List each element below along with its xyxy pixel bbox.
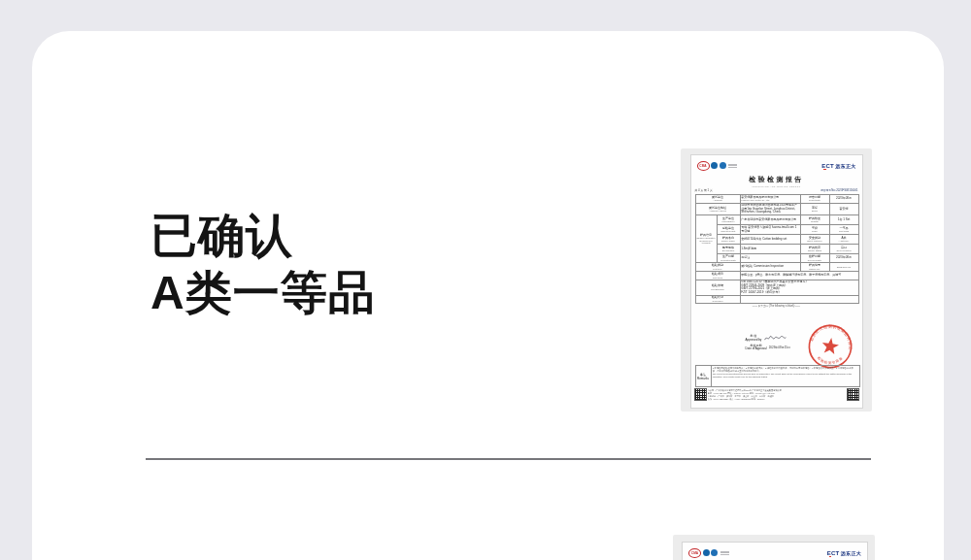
ect-logo-en: ECT (821, 163, 834, 169)
cert-table-cell: 广东省深圳市富安娜家居用品股份有限公司 (740, 215, 800, 225)
certificate-header: CMA ECT 远东正大 (688, 548, 861, 560)
page-count: 共 4 页 第 1 页 (695, 188, 713, 192)
certificate-photo-next[interactable]: CMA ECT 远东正大 检验检测报告 INSPECTION AND TESTI… (673, 535, 875, 560)
ect-logo: ECT 远东正大 (821, 163, 855, 169)
blank-below-note: —— 以下空白 (The following is blank) —— (691, 304, 862, 308)
cert-table-cell: 型号规格Specification (717, 245, 740, 254)
accreditation-logos: CMA (688, 548, 729, 558)
signature (763, 334, 787, 343)
remarks-box: 备注 Remarks 1.本报告无检验检测专用章无效；2.本报告涂改无效；3.未… (695, 365, 860, 387)
cert-table-cell (740, 295, 858, 303)
ilac-mra-logo-icon (711, 549, 718, 556)
headline-line2: A类一等品 (151, 264, 376, 321)
cert-table-cell: 检验依据Test Standard (695, 280, 740, 296)
content-card: 已确认 A类一等品 CMA ECT 远东正大 (32, 31, 944, 560)
cert-table-cell: 见标注 (740, 254, 800, 263)
cert-table-cell: 深圳市龙华区观澜街道观光路1301号电商产业园1栋 Guanlan Street… (740, 204, 800, 215)
headline: 已确认 A类一等品 (151, 207, 376, 321)
cert-table-cell: 样品名称Sample Name (717, 235, 740, 245)
cert-table-cell: A类A Category (829, 235, 858, 245)
cert-table-cell: 富安娜 (829, 204, 858, 215)
certificate-page: CMA ECT 远东正大 检验检测报告 INSPECTION AND TESTI… (690, 154, 863, 409)
accreditation-logos: CMA (697, 161, 738, 171)
cert-table-cell: 完好Good Condition (829, 245, 858, 254)
cert-table-cell: 报告日期Report Date (800, 195, 829, 204)
cert-table-cell: 委托检验 Commission Inspection (740, 263, 800, 272)
approved-by-label: 批 准 Approved by (746, 335, 762, 342)
cert-table-cell: 2023FS08-001 (829, 263, 858, 272)
cert-table-cell: 样品信息Sample Information(Confirmed by Appl… (695, 215, 717, 263)
cnas-logo-icon (711, 162, 718, 169)
cert-table-cell: 委托单位Applicant (695, 195, 740, 204)
ect-logo-cn: 远东正大 (841, 550, 861, 556)
cert-table-cell: 样品编号Sample No. (800, 263, 829, 272)
cert-table-cell: 1.8m床适用 (740, 245, 800, 254)
approval-date-value: 2023年08月15日 (769, 346, 790, 349)
certificate-title-en: INSPECTION AND TESTING REPORT (691, 185, 862, 187)
cert-table-cell: 安全类别Safety Category (800, 235, 829, 245)
cma-logo: CMA (697, 161, 710, 171)
cert-table-cell: 天猫 富安娜官方旗舰店 fuanna.tmall.com 1号店铺 (740, 225, 800, 235)
cma-logo: CMA (688, 548, 701, 558)
qr-code-right (848, 389, 858, 400)
cert-table-cell: 全棉印花四件套 Cotton bedding set (740, 235, 800, 245)
footer-address: 总公司：广州市天河区黄埔大道西平云路163号 广东远东正大检验集团有限公司 电话… (708, 389, 846, 401)
cert-table-cell: 2023年08月 (829, 254, 858, 263)
cert-table-cell: 甲醛含量、pH值、耐水色牢度、耐酸碱汗渍色牢度、耐干摩擦色牢度、异味等 (740, 272, 858, 280)
cert-table-cell: 接样日期Received Date (800, 254, 829, 263)
accreditation-text (720, 551, 729, 555)
cnas-logo-icon (703, 549, 710, 556)
ect-logo: ECT 远东正大 (827, 550, 861, 556)
report-number: 报告编号No.:2023FS08150001 (820, 188, 858, 192)
approval-date-label: 批准日期 Date of Approval (746, 345, 767, 351)
certificate-photo-main[interactable]: CMA ECT 远东正大 检验检测报告 INSPECTION AND TESTI… (681, 148, 872, 412)
headline-line1: 已确认 (151, 207, 376, 264)
cert-table-cell: 委托单位地址Applicant Address (695, 204, 740, 215)
cert-table-cell: 2023年08月 (829, 195, 858, 204)
certificate-table: 委托单位Applicant富安娜家居用品股份有限公司Fuanna Home Te… (695, 194, 859, 304)
stamp-star-icon (820, 337, 839, 355)
cert-table-cell: 富安娜家居用品股份有限公司Fuanna Home Textile Co., Lt… (740, 195, 800, 204)
certificate-page-next: CMA ECT 远东正大 检验检测报告 INSPECTION AND TESTI… (682, 542, 868, 560)
cert-table-cell: 1套 1 Set (829, 215, 858, 225)
cert-table-cell: 样品数量Quantity (800, 215, 829, 225)
cert-table-cell: 受检单位Inspected Party (717, 225, 740, 235)
ect-logo-cn: 远东正大 (835, 163, 855, 169)
cert-table-cell: 等级Grade (800, 225, 829, 235)
certificate-header: CMA ECT 远东正大 (697, 161, 856, 174)
cert-table-cell: GB 18401-2010《国家纺织产品基本安全技术规范》GB/T 22844-… (740, 280, 858, 296)
cert-table-cell: 样品状态Sample Status (800, 245, 829, 254)
cert-table-cell: 商标Brand (800, 204, 829, 215)
certificate-info-row: 共 4 页 第 1 页 报告编号No.:2023FS08150001 (695, 188, 858, 192)
cert-table-cell: 一等品First-class (829, 225, 858, 235)
certificate-footer: 总公司：广州市天河区黄埔大道西平云路163号 广东远东正大检验集团有限公司 电话… (695, 389, 858, 401)
cert-table-cell: 检验结论Conclusion (695, 295, 740, 303)
ilac-mra-logo-icon (720, 162, 726, 169)
section-divider (146, 458, 871, 460)
accreditation-text (728, 164, 737, 168)
certificate-title: 检验检测报告 INSPECTION AND TESTING REPORT (691, 175, 862, 187)
cert-table-cell: 检验项目Test Items (695, 272, 740, 280)
certificate-title-cn: 检验检测报告 (691, 175, 862, 184)
ect-logo-en: ECT (827, 550, 840, 556)
cert-table-cell: 检验类别Test Type (695, 263, 740, 272)
cert-table-cell: 生产日期Production Date (717, 254, 740, 263)
remarks-text: 1.本报告无检验检测专用章无效；2.本报告涂改无效；3.未经本机构书面批准，不得… (712, 366, 859, 386)
approval-block: 批 准 Approved by 批准日期 Date of Approval 20… (746, 334, 791, 353)
product-detail-section: 已确认 A类一等品 CMA ECT 远东正大 (0, 0, 971, 560)
qr-code-left (695, 389, 706, 400)
cert-table-cell: 生产单位Manufacturer (717, 215, 740, 225)
remarks-label: 备注 Remarks (696, 366, 712, 386)
